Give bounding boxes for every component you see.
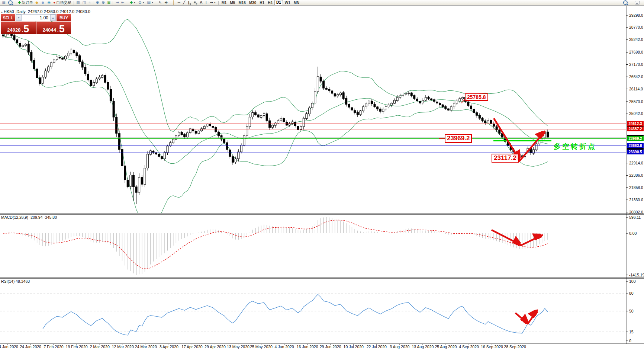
- timeframe-m30-button[interactable]: M30: [248, 0, 258, 5]
- date-axis-label: 13 Aug 2020: [412, 345, 434, 349]
- date-axis-label: 22 Jul 2020: [367, 345, 387, 349]
- date-axis-label: 4 Sep 2020: [459, 345, 479, 349]
- text-label-icon: T: [205, 0, 207, 5]
- main-toolbar: ▦✚新订单◆☻◉●自动交易▥◫≈⊕⊖⊞⇥⇤✚▼⊙▼▤▼↖✛│─╱∥E≡FAT⇝▼…: [0, 0, 644, 6]
- arrows-button[interactable]: ⇝▼: [209, 0, 217, 5]
- profiles-button[interactable]: ☻: [40, 0, 46, 5]
- line-chart-button[interactable]: ≈: [87, 0, 92, 5]
- tile-windows-icon: ⊞: [107, 0, 110, 5]
- price-axis-label: 28242.0: [629, 37, 643, 42]
- date-axis-label: 4 Jun 2020: [275, 345, 294, 349]
- date-axis-label: 19 Feb 2020: [66, 345, 88, 349]
- date-axis-label: 14 Jan 2020: [0, 345, 18, 349]
- timeframe-m5-button[interactable]: M5: [229, 0, 237, 5]
- price-axis-label: 26114.0: [629, 87, 643, 91]
- macd-scale-label: -1415.19: [629, 273, 644, 277]
- toolbar-separator: [113, 1, 113, 5]
- volume-input[interactable]: [22, 15, 50, 21]
- toolbar-separator: [156, 1, 156, 5]
- horizontal-line-button[interactable]: ─: [177, 0, 181, 5]
- one-click-collapse-icon[interactable]: ▴: [1, 10, 3, 14]
- volume-decrease-button[interactable]: ▼: [16, 15, 22, 21]
- timeframe-m15-button[interactable]: M15: [237, 0, 247, 5]
- auto-scroll-icon: ⇥: [116, 0, 119, 5]
- cursor-icon: ↖: [159, 0, 162, 5]
- timeframe-h1-button[interactable]: H1: [258, 0, 266, 5]
- macd-scale-label: 0.00: [629, 231, 637, 236]
- chat-button[interactable]: [634, 0, 641, 5]
- swing-low-price-label: 23117.2: [492, 154, 519, 163]
- symbol-period-label: HK50-,Daily: [4, 9, 26, 14]
- zoom-in-button[interactable]: ⊕: [95, 0, 100, 5]
- auto-scroll-button[interactable]: ⇥: [115, 0, 120, 5]
- crosshair-button[interactable]: ✛: [163, 0, 168, 5]
- pivot-annotation-text: 多空转折点: [554, 142, 596, 151]
- trendline-icon: ╱: [183, 0, 185, 5]
- line-chart-icon: ≈: [88, 0, 91, 5]
- market-watch-button[interactable]: [7, 0, 14, 5]
- price-axis-label: 25042.0: [629, 111, 643, 116]
- toolbar-separator: [15, 1, 15, 5]
- timeframe-w1-button[interactable]: W1: [283, 0, 292, 5]
- chart-shift-button[interactable]: ⇤: [120, 0, 125, 5]
- date-axis-label: 28 Sep 2020: [504, 345, 526, 349]
- volume-increase-button[interactable]: ▲: [50, 15, 56, 21]
- date-axis-label: 25 Aug 2020: [435, 345, 457, 349]
- timeframe-m1-button[interactable]: M1: [220, 0, 228, 5]
- toolbar-separator: [74, 1, 74, 5]
- price-axis-label: 25570.0: [629, 99, 643, 104]
- signals-button[interactable]: ◉: [46, 0, 52, 5]
- pivot-price-label: 23969.2: [445, 134, 472, 143]
- autotrading-button[interactable]: ●自动交易: [52, 0, 72, 5]
- fibonacci-button[interactable]: ≡F: [193, 0, 199, 5]
- periods-button[interactable]: ⊙▼: [137, 0, 145, 5]
- history-center-icon: ◆: [35, 0, 38, 5]
- price-axis-label: 22914.0: [629, 161, 643, 165]
- buy-price[interactable]: 24044.5: [36, 22, 71, 34]
- vertical-line-icon: │: [173, 0, 175, 5]
- vertical-line-button[interactable]: │: [172, 0, 176, 5]
- horizontal-line-icon: ─: [178, 0, 180, 5]
- text-label-button[interactable]: T: [204, 0, 208, 5]
- date-axis-label: 16 Jun 2020: [297, 345, 318, 349]
- signals-icon: ◉: [48, 0, 51, 5]
- bar-chart-button[interactable]: ▥: [75, 0, 81, 5]
- search-icon: [623, 0, 628, 5]
- fibonacci-icon-sub: F: [196, 3, 197, 5]
- zoom-in-icon: ⊕: [96, 0, 99, 5]
- rsi-scale-label: 0: [629, 339, 631, 343]
- equidistant-channel-button[interactable]: ∥E: [187, 0, 192, 5]
- timeframe-d1-button[interactable]: D1: [274, 0, 283, 6]
- new-chart-button[interactable]: ▦: [1, 0, 7, 5]
- tile-windows-button[interactable]: ⊞: [106, 0, 112, 5]
- price-axis-label: 27698.0: [629, 50, 643, 54]
- chart-canvas[interactable]: [0, 0, 644, 349]
- toolbar-separator: [127, 1, 127, 5]
- timeframe-h4-button[interactable]: H4: [266, 0, 274, 5]
- trendline-button[interactable]: ╱: [182, 0, 186, 5]
- ohlc-values: 24267.0 24363.0 24012.0 24030.0: [28, 9, 90, 14]
- volume-stepper: ▼ ▲: [16, 14, 56, 21]
- timeframe-mn-button[interactable]: MN: [292, 0, 301, 5]
- date-axis-label: 3 Apr 2020: [160, 345, 178, 349]
- sell-price-dot: .: [22, 28, 23, 32]
- price-axis-label: 21330.0: [629, 198, 643, 202]
- rsi-label: RSI(14) 48.3463: [1, 279, 30, 284]
- rsi-scale-label: 15: [629, 330, 634, 334]
- buy-button[interactable]: BUY: [57, 14, 71, 21]
- sell-price[interactable]: 24028.5: [1, 22, 36, 34]
- bar-chart-icon: ▥: [76, 0, 80, 5]
- rsi-scale-label: 100: [629, 279, 636, 284]
- new-order-button[interactable]: ✚新订单: [17, 0, 34, 5]
- text-button[interactable]: A: [199, 0, 204, 5]
- cursor-button[interactable]: ↖: [158, 0, 163, 5]
- templates-button[interactable]: ▤▼: [146, 0, 154, 5]
- history-center-button[interactable]: ◆: [34, 0, 39, 5]
- sell-button[interactable]: SELL: [1, 14, 15, 21]
- toolbar-separator: [170, 1, 170, 5]
- profiles-icon: ☻: [41, 0, 45, 5]
- candlestick-chart-button[interactable]: ◫: [81, 0, 87, 5]
- zoom-out-button[interactable]: ⊖: [100, 0, 106, 5]
- search-button[interactable]: [622, 0, 629, 5]
- add-indicator-button[interactable]: ✚▼: [129, 0, 137, 5]
